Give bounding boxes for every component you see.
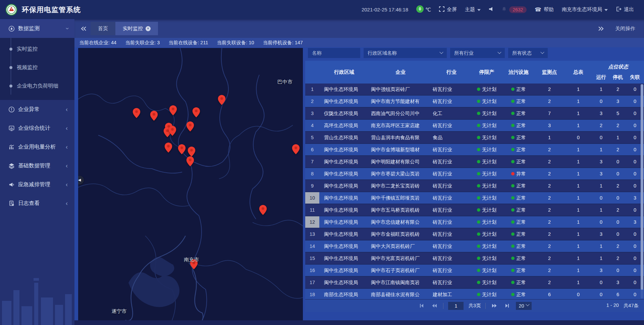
meters-cell: 1 [564, 253, 592, 264]
stopped-cell: 0 [610, 156, 626, 167]
running-cell: 0 [592, 132, 610, 143]
page-number-input[interactable] [448, 302, 464, 310]
first-page-button[interactable] [418, 302, 426, 310]
points-cell: 6 [535, 289, 564, 299]
table-row[interactable]: 8阆中生态环境局阆中市枣碧大梁山页岩砖瓦行业无计划异常21300 [305, 168, 644, 180]
status-filter-select[interactable]: 所有状态 [508, 48, 548, 58]
table-row[interactable]: 18南部生态环境局南部县砌佳水泥有限公建材加工无计划正常60060 [305, 289, 644, 299]
map-pin-icon[interactable] [218, 95, 226, 106]
notification-count-badge: 2632 [509, 6, 527, 13]
map-pin-icon[interactable] [178, 144, 185, 156]
scrollbar-thumb[interactable] [641, 84, 643, 290]
table-row[interactable]: 11阆中生态环境局阆中市五马桥页岩机砖砖瓦行业无计划正常21120 [305, 204, 644, 216]
table-row[interactable]: 7阆中生态环境局阆中明阳建材有限公司砖瓦行业无计划正常21300 [305, 156, 644, 168]
table-row[interactable]: 9阆中生态环境局阆中市二龙长宝页岩砖砖瓦行业无计划正常21120 [305, 180, 644, 192]
table-row[interactable]: 5营山生态环境局营山县润丰肉食品有限食品无计划正常10010 [305, 132, 644, 144]
table-row[interactable]: 3仪陇生态环境局西南油气田分公司川中化工无计划正常71350 [305, 108, 644, 120]
close-operations-button[interactable]: 关闭操作 [615, 25, 635, 32]
map-pin-icon[interactable] [150, 111, 158, 122]
region-filter-select[interactable]: 行政区域名称 [364, 48, 447, 58]
points-cell: 2 [535, 228, 564, 240]
sidebar-item-enterprise-abnormal[interactable]: 企业异常‹ [0, 100, 74, 119]
status-dot-icon [511, 136, 515, 139]
table-row[interactable]: 16阆中生态环境局阆中市石子页岩机砖厂砖瓦行业无计划正常21300 [305, 265, 644, 277]
page-size-select[interactable]: 20 [516, 302, 531, 310]
plan-status-cell: 无计划 [471, 216, 502, 228]
table-rows: 1阆中生态环境局阆中强锐页岩砖厂砖瓦行业无计划正常211202阆中生态环境局阆中… [305, 84, 644, 299]
prev-page-button[interactable] [430, 302, 438, 310]
sidebar-subitem-video-monitor[interactable]: 视频监控 [0, 58, 74, 77]
table-row[interactable]: 4高坪生态环境局南充市高坪区王家店建砖瓦行业无计划正常31220 [305, 120, 644, 132]
table-row[interactable]: 1阆中生态环境局阆中强锐页岩砖厂砖瓦行业无计划正常21120 [305, 84, 644, 96]
sidebar-item-label: 基础数据管理 [18, 162, 66, 169]
table-row[interactable]: 6阆中生态环境局阆中市金博瑞新型墙材砖瓦行业无计划正常21120 [305, 144, 644, 156]
company-cell: 阆中市忠信建材有限公 [369, 216, 432, 228]
status-dot-icon [477, 160, 480, 163]
sidebar-item-emergency-reduction[interactable]: 应急减排管理‹ [0, 175, 74, 194]
theme-dropdown[interactable]: 主题 [465, 6, 481, 13]
notification-button[interactable]: 2632 [501, 6, 527, 13]
filter-bar: 行政区域名称 所有行业 所有状态 [308, 48, 644, 58]
table-row[interactable]: 13阆中生态环境局阆中市金福旺页岩机砖砖瓦行业无计划正常21300 [305, 228, 644, 240]
map-pin-icon[interactable] [133, 108, 141, 119]
logout-button[interactable]: 退出 [616, 6, 634, 13]
map-pin-icon[interactable] [259, 205, 267, 216]
mute-button[interactable] [489, 6, 493, 13]
org-dropdown[interactable]: 南充市生态环境局 [562, 6, 608, 13]
tabs-scroll-right-button[interactable] [595, 23, 606, 34]
fullscreen-button[interactable]: 全屏 [439, 6, 457, 13]
sidebar-item-base-data[interactable]: 基础数据管理‹ [0, 156, 74, 175]
table-row[interactable]: 14阆中生态环境局阆中大兴页岩机砖厂砖瓦行业无计划正常21120 [305, 240, 644, 253]
sidebar-subitem-realtime-monitor[interactable]: 实时监控 [0, 40, 74, 58]
map-panel[interactable]: 巴中市南充市遂宁市 ◀ [78, 48, 303, 320]
stopped-cell: 3 [610, 277, 626, 288]
points-cell: 2 [535, 144, 564, 155]
map-pin-icon[interactable] [186, 121, 194, 133]
tabs-scroll-left-button[interactable] [78, 23, 89, 34]
datetime: 2021-02-25 17:46:18 [362, 7, 408, 12]
tab-realtime[interactable]: 实时监控✕ [115, 22, 158, 35]
name-filter-input[interactable] [308, 48, 360, 58]
status-dot-icon [511, 184, 515, 187]
table-row[interactable]: 15阆中生态环境局阆中市光富页岩机砖厂砖瓦行业无计划正常21120 [305, 253, 644, 265]
status-dot-icon [511, 245, 515, 248]
table-row[interactable]: 17阆中生态环境局阆中市江南镇阆南页岩砖瓦行业无计划正常21030 [305, 277, 644, 289]
last-page-button[interactable] [503, 302, 511, 310]
map-pin-icon[interactable] [186, 156, 194, 168]
sidebar-item-power-analysis[interactable]: 企业用电量分析‹ [0, 138, 74, 156]
sidebar-subitem-power-load-detail[interactable]: 企业电力负荷明细 [0, 77, 74, 95]
sidebar-menu: 数据监测‹实时监控视频监控企业电力负荷明细企业异常‹企业综合统计‹企业用电量分析… [0, 19, 74, 213]
status-dot-icon [477, 196, 480, 200]
sidebar-item-data-monitoring[interactable]: 数据监测‹ [0, 19, 74, 38]
table-row[interactable]: 12阆中生态环境局阆中市忠信建材有限公砖瓦行业无计划正常21003 [305, 216, 644, 228]
map-pin-icon[interactable] [169, 105, 177, 117]
close-tab-icon[interactable]: ✕ [146, 26, 151, 31]
tab-home[interactable]: 首页 [91, 22, 115, 35]
status-dot-icon [511, 232, 515, 236]
map-pin-icon[interactable] [164, 143, 172, 154]
running-cell: 3 [592, 108, 610, 119]
sidebar-item-enterprise-stats[interactable]: 企业综合统计‹ [0, 119, 74, 138]
company-cell: 西南油气田分公司川中 [369, 108, 432, 119]
facility-status-cell: 正常 [502, 253, 535, 264]
chart-icon [8, 144, 15, 150]
industry-filter-select[interactable]: 所有行业 [450, 48, 505, 58]
map-pin-icon[interactable] [168, 126, 176, 137]
map-pin-icon[interactable] [292, 144, 300, 156]
column-subheader-2: 失联 [626, 71, 644, 84]
tab-label: 首页 [98, 25, 108, 32]
company-cell: 阆中大兴页岩机砖厂 [369, 240, 432, 252]
help-button[interactable]: ☎ 帮助 [535, 6, 554, 13]
monitor-panel: 行政区域名称 所有行业 所有状态 行政区域企业行业停限产治污设施监测点总表点位状… [305, 48, 644, 313]
next-page-button[interactable] [490, 302, 498, 310]
sidebar-item-log-view[interactable]: 日志查看‹ [0, 194, 74, 213]
region-cell: 阆中生态环境局 [319, 277, 369, 288]
facility-status-cell: 正常 [502, 289, 535, 299]
status-dot-icon [511, 148, 515, 151]
stopped-cell: 6 [610, 289, 626, 299]
meters-cell: 1 [564, 180, 592, 192]
map-pin-icon[interactable] [192, 107, 200, 119]
facility-status-cell: 异常 [502, 168, 535, 179]
table-row[interactable]: 10阆中生态环境局阆中千佛镇五郎垭页岩砖瓦行业无计划正常21003 [305, 192, 644, 204]
table-row[interactable]: 2阆中生态环境局阆中市南方节能建材有砖瓦行业无计划正常21030 [305, 96, 644, 108]
